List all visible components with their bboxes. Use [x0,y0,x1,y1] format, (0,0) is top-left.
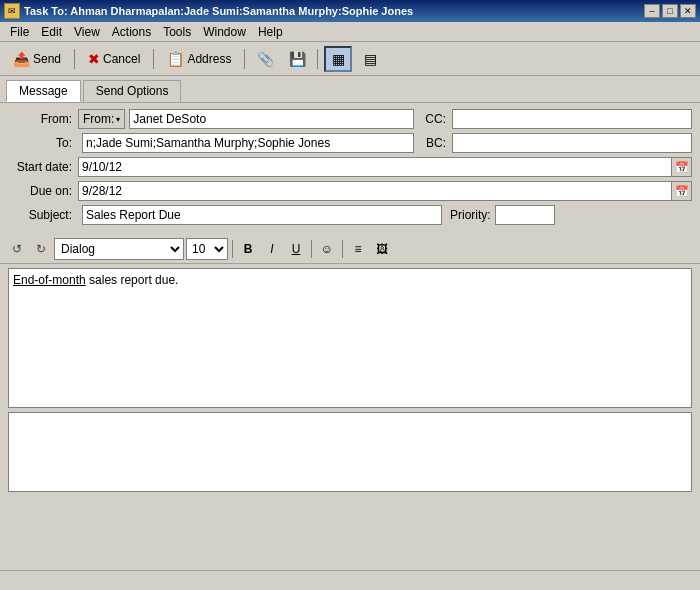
due-on-input[interactable] [78,181,672,201]
start-date-label: Start date: [8,160,78,174]
view-mode-1-button[interactable]: ▦ [324,46,352,72]
from-dropdown-button[interactable]: From: ▾ [78,109,125,129]
menu-actions[interactable]: Actions [106,24,157,40]
subject-label: Subject: [8,208,78,222]
bcc-label: BC: [422,136,452,150]
redo-button[interactable]: ↻ [30,238,52,260]
form-area: From: From: ▾ CC: To: BC: Start date: [0,103,700,235]
due-date-picker-button[interactable]: 📅 [672,181,692,201]
separator-1 [74,49,75,69]
fmt-sep-1 [232,240,233,258]
cc-label: CC: [422,112,452,126]
window-title: Task To: Ahman Dharmapalan:Jade Sumi:Sam… [24,5,644,17]
due-on-wrap: 📅 [78,181,692,201]
view-mode-2-icon: ▤ [364,51,377,67]
to-label: To: [8,136,78,150]
calendar-icon-2: 📅 [675,185,689,198]
font-select[interactable]: Dialog Arial Times New Roman [54,238,184,260]
address-label: Address [187,52,231,66]
message-rest-text: sales report due. [89,273,178,287]
menu-tools[interactable]: Tools [157,24,197,40]
view-mode-1-icon: ▦ [332,51,345,67]
bottom-panel [8,412,692,492]
undo-button[interactable]: ↺ [6,238,28,260]
format-toolbar: ↺ ↻ Dialog Arial Times New Roman 10 8 12… [0,235,700,264]
due-on-label: Due on: [8,184,78,198]
start-date-picker-button[interactable]: 📅 [672,157,692,177]
address-icon: 📋 [167,51,184,67]
undo-icon: ↺ [12,242,22,256]
emoji-button[interactable]: ☺ [316,238,338,260]
save-icon: 💾 [289,51,306,67]
maximize-button[interactable]: □ [662,4,678,18]
to-bcc-row: To: BC: [8,133,692,153]
cc-input[interactable] [452,109,692,129]
menu-file[interactable]: File [4,24,35,40]
address-button[interactable]: 📋 Address [160,46,238,72]
align-button[interactable]: ≡ [347,238,369,260]
align-icon: ≡ [354,242,361,256]
priority-label: Priority: [450,208,491,222]
from-cc-row: From: From: ▾ CC: [8,109,692,129]
from-label: From: [8,112,78,126]
priority-input[interactable] [495,205,555,225]
menu-edit[interactable]: Edit [35,24,68,40]
title-bar: ✉ Task To: Ahman Dharmapalan:Jade Sumi:S… [0,0,700,22]
tab-send-options[interactable]: Send Options [83,80,182,102]
app-icon: ✉ [4,3,20,19]
message-body-area[interactable]: End-of-month sales report due. [8,268,692,408]
bcc-input[interactable] [452,133,692,153]
start-date-wrap: 📅 [78,157,692,177]
menu-bar: File Edit View Actions Tools Window Help [0,22,700,42]
minimize-button[interactable]: – [644,4,660,18]
cancel-button[interactable]: ✖ Cancel [81,46,147,72]
bold-icon: B [244,242,253,256]
close-button[interactable]: ✕ [680,4,696,18]
menu-help[interactable]: Help [252,24,289,40]
italic-button[interactable]: I [261,238,283,260]
from-dropdown-arrow: ▾ [116,115,120,124]
separator-3 [244,49,245,69]
view-mode-2-button[interactable]: ▤ [356,46,384,72]
to-input[interactable] [82,133,414,153]
image-button[interactable]: 🖼 [371,238,393,260]
bold-button[interactable]: B [237,238,259,260]
tab-message[interactable]: Message [6,80,81,102]
attach-button[interactable]: 📎 [251,46,279,72]
separator-2 [153,49,154,69]
cancel-label: Cancel [103,52,140,66]
save-button[interactable]: 💾 [283,46,311,72]
message-body: End-of-month sales report due. [13,273,687,287]
tab-bar: Message Send Options [0,76,700,103]
send-button[interactable]: 📤 Send [6,46,68,72]
menu-window[interactable]: Window [197,24,252,40]
subject-input[interactable] [82,205,442,225]
send-icon: 📤 [13,51,30,67]
from-button-label: From: [83,112,114,126]
separator-4 [317,49,318,69]
start-date-row: Start date: 📅 [8,157,692,177]
cancel-icon: ✖ [88,51,100,67]
message-underline-text: End-of-month [13,273,86,287]
due-on-row: Due on: 📅 [8,181,692,201]
fmt-sep-2 [311,240,312,258]
from-input[interactable] [129,109,414,129]
emoji-icon: ☺ [321,242,333,256]
subject-row: Subject: Priority: [8,205,692,225]
send-label: Send [33,52,61,66]
italic-icon: I [270,242,273,256]
main-toolbar: 📤 Send ✖ Cancel 📋 Address 📎 💾 ▦ ▤ [0,42,700,76]
underline-button[interactable]: U [285,238,307,260]
redo-icon: ↻ [36,242,46,256]
font-size-select[interactable]: 10 8 12 14 16 [186,238,228,260]
window-controls: – □ ✕ [644,4,696,18]
underline-icon: U [292,242,301,256]
attach-icon: 📎 [257,51,274,67]
status-bar [0,570,700,590]
start-date-input[interactable] [78,157,672,177]
calendar-icon: 📅 [675,161,689,174]
fmt-sep-3 [342,240,343,258]
image-icon: 🖼 [376,242,388,256]
menu-view[interactable]: View [68,24,106,40]
